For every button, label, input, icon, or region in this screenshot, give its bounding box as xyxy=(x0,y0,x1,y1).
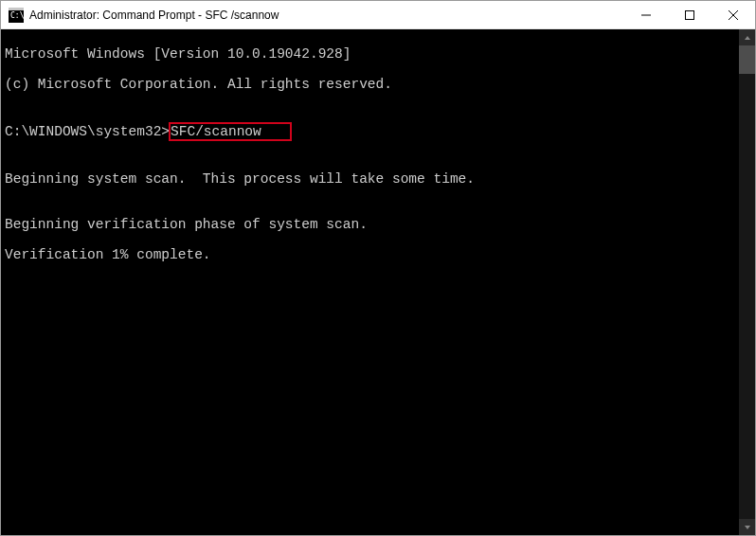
scrollbar-thumb[interactable] xyxy=(739,45,755,74)
output-line: Microsoft Windows [Version 10.0.19042.92… xyxy=(5,46,751,62)
svg-text:C:\: C:\ xyxy=(10,11,24,20)
svg-marker-8 xyxy=(745,526,750,529)
cmd-icon: C:\ xyxy=(9,8,24,23)
output-line: Beginning verification phase of system s… xyxy=(5,217,751,232)
prompt-line: C:\WINDOWS\system32>SFC/scannow xyxy=(5,122,751,141)
command-text: SFC/scannow xyxy=(171,124,261,139)
vertical-scrollbar[interactable] xyxy=(739,29,755,535)
minimize-button[interactable] xyxy=(624,1,668,29)
scrollbar-track[interactable] xyxy=(739,45,755,519)
svg-rect-4 xyxy=(686,10,694,19)
output-line: Verification 1% complete. xyxy=(5,247,751,262)
window-titlebar: C:\ Administrator: Command Prompt - SFC … xyxy=(1,1,755,29)
output-line: Beginning system scan. This process will… xyxy=(5,171,751,187)
command-highlight: SFC/scannow xyxy=(169,122,292,141)
window-title: Administrator: Command Prompt - SFC /sca… xyxy=(29,9,624,22)
prompt-text: C:\WINDOWS\system32> xyxy=(5,124,170,139)
scroll-down-icon[interactable] xyxy=(739,519,755,535)
close-button[interactable] xyxy=(711,1,755,29)
scroll-up-icon[interactable] xyxy=(739,29,755,45)
terminal-area[interactable]: Microsoft Windows [Version 10.0.19042.92… xyxy=(1,29,755,535)
terminal-output: Microsoft Windows [Version 10.0.19042.92… xyxy=(1,29,755,295)
window-controls xyxy=(624,1,755,29)
output-line: (c) Microsoft Corporation. All rights re… xyxy=(5,77,751,92)
maximize-button[interactable] xyxy=(668,1,711,29)
svg-rect-1 xyxy=(9,8,24,10)
svg-marker-7 xyxy=(745,36,750,40)
